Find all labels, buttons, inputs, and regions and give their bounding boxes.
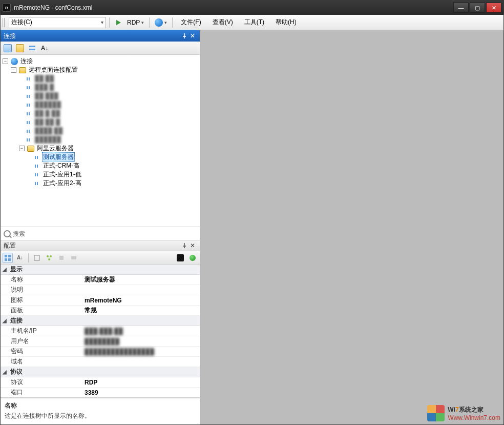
connection-icon	[34, 163, 40, 169]
svg-marker-0	[116, 20, 121, 25]
close-pane-button[interactable]: ✕	[188, 241, 197, 250]
pin-icon[interactable]	[180, 241, 188, 250]
prop-row-name[interactable]: 名称测试服务器	[1, 275, 200, 285]
separator	[172, 17, 173, 28]
tree-item[interactable]: ██ ██	[19, 74, 199, 83]
menu-help[interactable]: 帮助(H)	[270, 17, 302, 28]
inheritance-icon[interactable]	[44, 253, 54, 263]
tree-item-label: ██████	[34, 100, 62, 109]
tree-item[interactable]: ██████	[19, 135, 199, 144]
prop-row-domain[interactable]: 域名	[1, 357, 200, 367]
tree-item[interactable]: 正式-应用1-低	[27, 170, 199, 179]
tree-item[interactable]: 正式-应用2-高	[27, 179, 199, 188]
prop-section-protocol[interactable]: ◢协议	[1, 367, 200, 377]
prop-section-display[interactable]: ◢显示	[1, 265, 200, 275]
menu-view[interactable]: 查看(V)	[207, 17, 238, 28]
minimize-button[interactable]: —	[453, 3, 469, 13]
watermark-logo-icon	[427, 405, 445, 421]
folder-icon	[27, 146, 34, 152]
collapse-icon[interactable]: ◢	[3, 369, 8, 375]
svg-rect-2	[29, 49, 35, 50]
prop-row-icon[interactable]: 图标mRemoteNG	[1, 295, 200, 306]
property-grid[interactable]: ◢显示 名称测试服务器 说明 图标mRemoteNG 面板常规 ◢连接 主机名/…	[1, 265, 200, 398]
main-content-pane: Wi7系统之家 Www.Winwin7.com	[200, 30, 503, 424]
tree-item-label: 正式-应用2-高	[42, 179, 82, 188]
property-page-icon[interactable]	[32, 253, 42, 263]
prop-row-panel[interactable]: 面板常规	[1, 306, 200, 316]
connection-icon	[26, 76, 32, 82]
menu-file[interactable]: 文件(F)	[176, 17, 206, 28]
tree-item-label: 正式-应用1-低	[42, 170, 82, 179]
title-bar: R mRemoteNG - confCons.xml — ▢ ✕	[1, 1, 503, 15]
expand-toggle[interactable]: −	[3, 58, 8, 64]
tree-item[interactable]: ██████	[19, 100, 199, 109]
tree-item-label: 正式-CRM-高	[42, 161, 80, 170]
chevron-down-icon: ▾	[141, 20, 144, 25]
help-property-name: 名称	[5, 401, 196, 410]
tree-item-selected[interactable]: 测试服务器	[27, 153, 199, 161]
watermark-line2: Www.Winwin7.com	[448, 414, 500, 421]
tree-item[interactable]: ██ █ ██	[19, 109, 199, 118]
protocol-dropdown[interactable]: RDP ▾	[125, 17, 146, 28]
tree-folder-label: 远程桌面连接配置	[28, 66, 79, 74]
connection-icon	[34, 180, 40, 187]
collapse-icon[interactable]: ◢	[3, 267, 8, 272]
tree-item[interactable]: ██ ███	[19, 92, 199, 100]
app-status-icon	[175, 253, 185, 263]
new-connection-icon[interactable]	[4, 44, 12, 52]
search-input[interactable]	[13, 230, 197, 237]
new-folder-icon[interactable]	[16, 44, 24, 52]
close-button[interactable]: ✕	[486, 3, 501, 13]
prop-section-connection[interactable]: ◢连接	[1, 316, 200, 326]
toolbar-grip	[3, 18, 6, 27]
tree-item[interactable]: ██ ██ █	[19, 118, 199, 127]
alphabetical-view-icon[interactable]: A↓	[15, 253, 25, 263]
close-pane-button[interactable]: ✕	[188, 32, 197, 40]
connections-pane-header: 连接 ✕	[1, 30, 200, 42]
quick-connect-label: 连接(C)	[11, 18, 32, 27]
svg-rect-36	[71, 256, 76, 259]
pin-icon[interactable]	[180, 32, 188, 40]
connections-tree[interactable]: − 连接 − 远程桌面连接配置 ██ █████	[1, 55, 200, 227]
tree-item[interactable]: ████ ██	[19, 127, 199, 135]
svg-rect-1	[29, 46, 35, 47]
separator	[149, 17, 150, 28]
connections-pane-title: 连接	[4, 32, 180, 41]
tree-folder[interactable]: − 远程桌面连接配置	[11, 66, 199, 74]
property-help: 名称 这是在连接树中所显示的名称。	[1, 398, 200, 424]
maximize-button[interactable]: ▢	[470, 3, 485, 13]
prop-row-port[interactable]: 端口3389	[1, 388, 200, 398]
connection-icon	[34, 172, 40, 178]
default-properties-icon[interactable]	[69, 253, 79, 263]
tree-item-label: ████ ██	[34, 127, 64, 135]
connection-icon	[26, 93, 32, 99]
window-buttons: — ▢ ✕	[452, 3, 501, 13]
default-inheritance-icon[interactable]	[56, 253, 67, 263]
svg-point-33	[50, 255, 52, 257]
watermark: Wi7系统之家 Www.Winwin7.com	[427, 404, 500, 421]
separator	[28, 253, 29, 262]
expand-toggle[interactable]: −	[19, 146, 25, 151]
sort-az-icon[interactable]: A↓	[40, 44, 49, 52]
quick-connect-combo[interactable]: 连接(C)	[9, 17, 106, 28]
tree-item[interactable]: ███ █	[19, 83, 199, 92]
menu-tools[interactable]: 工具(T)	[239, 17, 269, 28]
prop-row-username[interactable]: 用户名████████	[1, 336, 200, 347]
tree-root[interactable]: − 连接	[3, 57, 199, 66]
tree-item-label: ██ ██	[34, 74, 55, 83]
categorized-view-icon[interactable]	[3, 253, 13, 263]
collapse-icon[interactable]: ◢	[3, 318, 8, 323]
config-toolbar: A↓	[1, 251, 200, 265]
external-tools-button[interactable]: ▾	[153, 17, 169, 28]
prop-row-hostname[interactable]: 主机名/IP███.███.██	[1, 326, 200, 336]
prop-row-protocol[interactable]: 协议RDP	[1, 377, 200, 388]
tree-folder[interactable]: − 阿里云服务器	[19, 144, 199, 153]
connect-play-button[interactable]	[113, 17, 124, 28]
view-icon[interactable]	[28, 44, 36, 52]
config-pane-title: 配置	[4, 241, 180, 250]
tree-item[interactable]: 正式-CRM-高	[27, 161, 199, 170]
svg-rect-30	[8, 258, 11, 261]
expand-toggle[interactable]: −	[11, 67, 16, 73]
prop-row-description[interactable]: 说明	[1, 285, 200, 295]
prop-row-password[interactable]: 密码████████████████	[1, 347, 200, 357]
